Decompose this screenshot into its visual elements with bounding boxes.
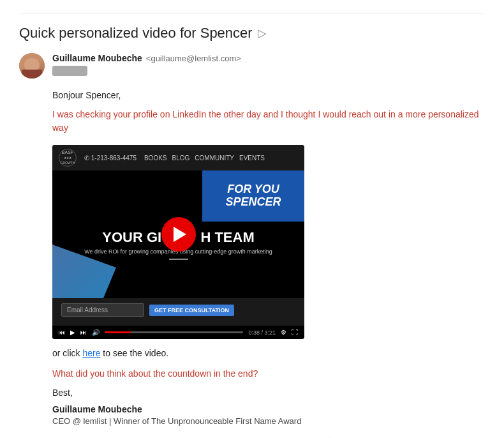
greeting: Bonjour Spencer, [52,90,485,100]
best-line: Best, [52,388,485,398]
for-you-text-line2: SPENCER [225,196,281,209]
play-pause-button[interactable]: ▶ [70,329,75,336]
play-button[interactable] [161,217,196,252]
question-text: What did you think about the countdown i… [52,368,485,379]
video-embed: BASF★★★GROWTH ✆ 1-213-863-4475 BOOKS BLO… [52,145,304,339]
for-you-text-line1: FOR YOU [227,183,279,196]
click-here-row: or click here to see the video. [52,348,485,358]
sender-name: Guillaume Moubeche [52,53,142,63]
time-display: 0:38 / 3:21 [248,329,276,336]
forward-icon: ▷ [258,26,267,40]
settings-icon[interactable]: ⚙ [281,329,286,336]
sender-email: <guillaume@lemlist.com> [146,54,241,63]
sender-tag [52,66,87,76]
signature-name: Guillaume Moubeche [52,404,485,414]
email-subject: Quick personalized video for Spencer [19,25,253,42]
avatar [19,53,45,79]
for-you-overlay: FOR YOU SPENCER [202,170,304,222]
fullscreen-icon[interactable]: ⛶ [292,329,298,336]
video-main[interactable]: FOR YOU SPENCER YOUR GI_____H TEAM We dr… [52,170,304,298]
skip-forward-button[interactable]: ⏭ [80,329,87,336]
progress-bar-fill [105,331,131,333]
video-controls: ⏮ ▶ ⏭ 🔊 0:38 / 3:21 ⚙ ⛶ [52,326,304,339]
signature-title: CEO @ lemlist | Winner of The Unpronounc… [52,416,485,426]
video-cta-button[interactable]: GET FREE CONSULTATION [149,305,234,316]
email-body: Bonjour Spencer, I was checking your pro… [52,90,485,438]
video-link[interactable]: here [82,348,100,358]
skip-back-button[interactable]: ⏮ [59,329,65,336]
video-logo: BASF★★★GROWTH [59,149,77,167]
email-form-row: Email Address GET FREE CONSULTATION [61,303,295,317]
video-nav: BOOKS BLOG COMMUNITY EVENTS [144,155,265,162]
intro-text: I was checking your profile on LinkedIn … [52,108,485,135]
progress-bar[interactable] [105,331,243,333]
video-phone: ✆ 1-213-863-4475 [84,155,137,162]
video-header: BASF★★★GROWTH ✆ 1-213-863-4475 BOOKS BLO… [52,145,304,170]
play-triangle-icon [174,227,186,242]
video-email-input[interactable]: Email Address [61,303,144,317]
sender-info: Guillaume Moubeche <guillaume@lemlist.co… [52,53,241,76]
video-bottom-section: Email Address GET FREE CONSULTATION [52,298,304,326]
volume-icon[interactable]: 🔊 [92,329,100,336]
